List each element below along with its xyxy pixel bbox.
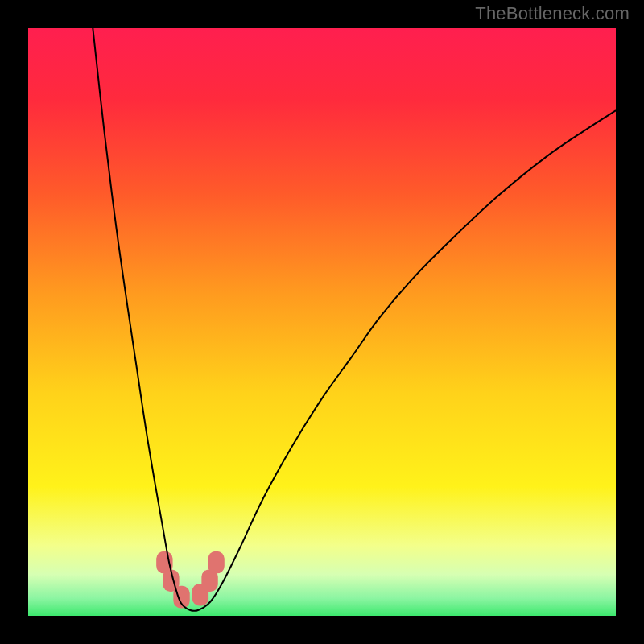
gradient-background <box>28 28 616 616</box>
watermark-text: TheBottleneck.com <box>475 3 630 24</box>
plot-svg <box>28 28 616 616</box>
plot-area <box>28 28 616 616</box>
dip-marker <box>208 551 224 574</box>
chart-frame: TheBottleneck.com <box>0 0 644 644</box>
